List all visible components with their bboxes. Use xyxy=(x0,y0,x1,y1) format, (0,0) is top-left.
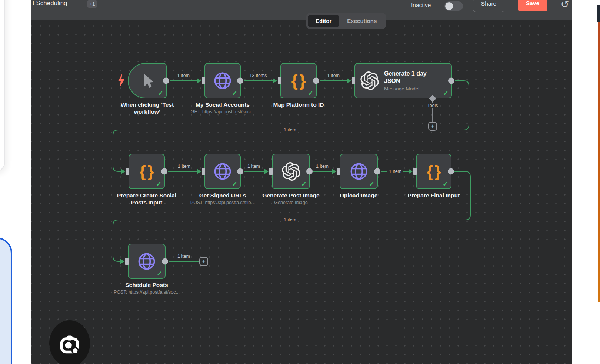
output-port[interactable] xyxy=(237,168,243,175)
connection-label: 1 item xyxy=(177,254,190,259)
braces-icon xyxy=(424,162,443,181)
input-port[interactable] xyxy=(202,77,205,84)
input-port[interactable] xyxy=(278,77,281,84)
workflow-editor: 1 item 13 items 1 item 1 item 1 item 1 i… xyxy=(31,0,572,364)
node-subtitle: GET: https://api.postfa.st/soci... xyxy=(176,109,269,114)
screenshot-camera-button[interactable] xyxy=(49,320,90,364)
active-toggle[interactable] xyxy=(444,1,463,11)
input-port[interactable] xyxy=(269,168,273,175)
node-schedule-posts[interactable]: Schedule Posts POST: https://api.postfa.… xyxy=(128,244,166,279)
output-port[interactable] xyxy=(306,168,313,175)
success-check-icon xyxy=(156,180,161,188)
camera-icon xyxy=(59,333,80,354)
background-blue-card xyxy=(0,237,12,364)
success-check-icon xyxy=(369,180,374,188)
connection-label: 13 items xyxy=(249,73,267,78)
toggle-knob xyxy=(445,2,453,10)
connection-label: 1 item xyxy=(247,164,260,169)
tools-label: Tools xyxy=(426,103,439,108)
connection-label: 1 item xyxy=(282,217,298,223)
node-title: When clicking ‘Test workflow’ xyxy=(115,101,180,116)
connection-label: 1 item xyxy=(327,73,340,78)
output-port[interactable] xyxy=(162,258,168,264)
node-generate-1-day-json[interactable]: Generate 1 day JSON Message Model xyxy=(354,63,452,98)
node-title: Upload Image xyxy=(318,192,400,199)
node-subtitle: Generate Image xyxy=(245,200,337,205)
node-title: Schedule Posts xyxy=(100,281,193,288)
node-title: Prepare Create Social Posts Input xyxy=(111,192,183,206)
add-node-button[interactable] xyxy=(199,257,208,266)
input-port[interactable] xyxy=(352,77,355,84)
workflow-title[interactable]: t Scheduling xyxy=(33,0,67,7)
node-map-platform-to-id[interactable]: Map Platform to ID xyxy=(280,63,317,98)
tab-editor[interactable]: Editor xyxy=(308,15,339,27)
tags-badge[interactable]: +1 xyxy=(87,0,97,8)
connection-label: 1 item xyxy=(316,164,329,169)
output-port[interactable] xyxy=(237,78,243,84)
braces-icon xyxy=(137,162,156,181)
success-check-icon xyxy=(158,89,163,97)
node-title: Prepare Final Input xyxy=(393,192,474,199)
history-icon[interactable] xyxy=(558,0,571,11)
input-port[interactable] xyxy=(126,168,129,175)
background-orange-strip xyxy=(598,22,600,302)
success-check-icon xyxy=(443,180,448,188)
connection-label: 1 item xyxy=(387,168,403,174)
background-window-fragment xyxy=(597,5,600,22)
node-when-clicking-test-workflow[interactable]: When clicking ‘Test workflow’ xyxy=(128,63,167,98)
node-my-social-accounts[interactable]: My Social Accounts GET: https://api.post… xyxy=(204,63,241,98)
connection-label: 1 item xyxy=(178,164,190,169)
input-port[interactable] xyxy=(125,258,129,265)
success-check-icon xyxy=(308,89,313,97)
success-check-icon xyxy=(301,180,307,188)
input-port[interactable] xyxy=(202,168,205,175)
lightning-icon xyxy=(117,73,126,88)
input-port[interactable] xyxy=(337,168,340,175)
view-tabs: Editor Executions xyxy=(306,13,386,29)
output-port[interactable] xyxy=(161,168,167,175)
success-check-icon xyxy=(157,270,162,278)
node-prepare-create-social-posts-input[interactable]: Prepare Create Social Posts Input xyxy=(129,154,165,189)
success-check-icon xyxy=(232,89,237,97)
connection-label: 1 item xyxy=(282,127,298,133)
output-port[interactable] xyxy=(448,168,454,175)
node-title: Map Platform to ID xyxy=(252,101,345,108)
save-button[interactable]: Save xyxy=(518,0,547,11)
add-tool-button[interactable] xyxy=(428,122,437,131)
editor-topbar: t Scheduling +1 Inactive Share Save xyxy=(31,0,572,20)
output-port[interactable] xyxy=(163,78,169,84)
openai-icon xyxy=(360,71,379,90)
node-upload-image[interactable]: Upload Image xyxy=(340,154,378,189)
node-subtitle: POST: https://api.postfa.st/soc... xyxy=(100,290,193,295)
node-get-signed-urls[interactable]: Get Signed URLs POST: https://api.postfa… xyxy=(204,154,241,189)
background-card-edge xyxy=(0,0,5,172)
success-check-icon xyxy=(443,89,449,97)
output-port[interactable] xyxy=(313,78,319,84)
output-port[interactable] xyxy=(448,78,454,84)
share-button[interactable]: Share xyxy=(473,0,504,12)
success-check-icon xyxy=(232,180,237,188)
node-prepare-final-input[interactable]: Prepare Final Input xyxy=(416,154,451,189)
input-port[interactable] xyxy=(413,168,417,175)
output-port[interactable] xyxy=(374,168,380,175)
connection-label: 1 item xyxy=(177,73,190,78)
node-subtitle: Message Model xyxy=(384,86,432,91)
braces-icon xyxy=(289,71,307,90)
tab-executions[interactable]: Executions xyxy=(339,15,384,27)
node-generate-post-image[interactable]: Generate Post Image Generate Image xyxy=(272,154,310,189)
node-title: Generate 1 day JSON xyxy=(384,70,432,85)
workflow-status-label: Inactive xyxy=(411,2,431,9)
